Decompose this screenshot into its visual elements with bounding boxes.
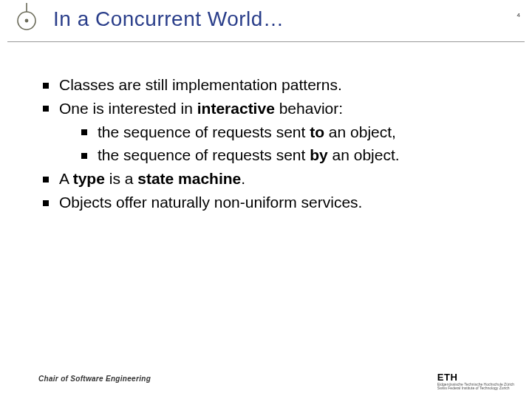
- svg-point-1: [25, 19, 29, 23]
- bullet-text-part: an object,: [324, 123, 396, 140]
- bullet-text-part: .: [241, 170, 245, 187]
- bullet-text: Classes are still implementation pattern…: [59, 76, 342, 93]
- list-item: Objects offer naturally non-uniform serv…: [43, 191, 502, 214]
- bullet-text-bold: type: [73, 170, 105, 187]
- bullet-text-part: an object.: [328, 146, 400, 163]
- list-item: the sequence of requests sent to an obje…: [81, 121, 502, 143]
- bullet-text-part: the sequence of requests sent: [98, 123, 310, 140]
- list-item: Classes are still implementation pattern…: [43, 74, 502, 96]
- bullet-text-bold: interactive: [197, 100, 275, 117]
- header: In a Concurrent World… 4: [7, 0, 525, 42]
- logo-icon: [12, 3, 41, 33]
- footer-logo: ETH Eidgenössische Technische Hochschule…: [437, 371, 514, 390]
- bullet-text: Objects offer naturally non-uniform serv…: [59, 194, 362, 211]
- list-item: A type is a state machine.: [43, 168, 502, 190]
- bullet-text-part: behavior:: [275, 100, 343, 117]
- bullet-text-part: is a: [105, 170, 137, 187]
- slide: In a Concurrent World… 4 Classes are sti…: [0, 0, 532, 399]
- bullet-list: Classes are still implementation pattern…: [43, 74, 502, 214]
- body-content: Classes are still implementation pattern…: [43, 74, 502, 215]
- list-item: the sequence of requests sent by an obje…: [81, 144, 502, 166]
- page-number: 4: [517, 12, 520, 18]
- bullet-text-bold: to: [310, 123, 324, 140]
- bullet-text-bold: state machine: [137, 170, 241, 187]
- eth-logo-text: ETH: [437, 372, 458, 383]
- slide-title: In a Concurrent World…: [53, 7, 284, 31]
- bullet-text-part: the sequence of requests sent: [98, 146, 310, 163]
- sub-bullet-list: the sequence of requests sent to an obje…: [59, 121, 502, 167]
- bullet-text-part: A: [59, 170, 73, 187]
- footer-chair: Chair of Software Engineering: [38, 375, 151, 383]
- eth-subtitle: Swiss Federal Institute of Technology Zu…: [437, 386, 514, 390]
- list-item: One is interested in interactive behavio…: [43, 98, 502, 166]
- bullet-text-part: One is interested in: [59, 100, 197, 117]
- bullet-text-bold: by: [310, 146, 328, 163]
